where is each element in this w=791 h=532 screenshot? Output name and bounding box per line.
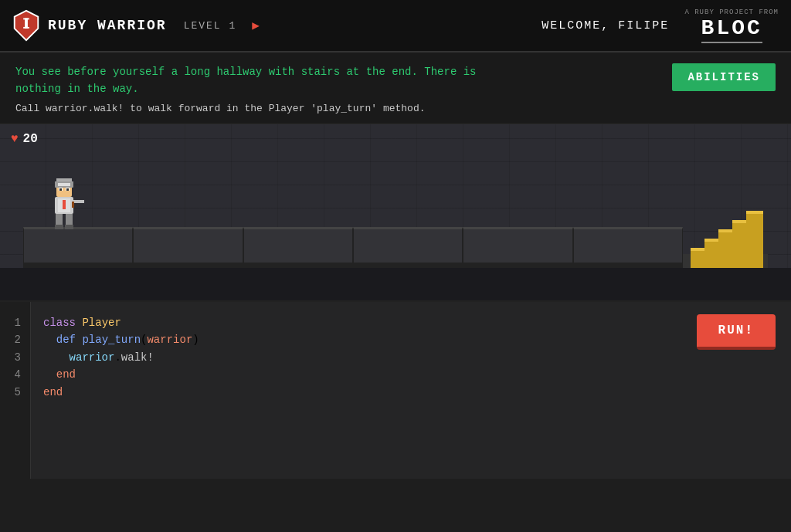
abilities-button[interactable]: ABILITIES [672,63,776,91]
floor-tile-3 [243,227,353,269]
floor-container [23,208,768,269]
floor-tile-4 [353,227,463,269]
code-line-4: end [43,366,779,384]
code-line-5: end [43,384,779,402]
svg-rect-11 [59,188,62,191]
description-text: You see before yourself a long hallway w… [15,63,657,98]
line-number-2: 2 [9,331,21,349]
app-title: RUBY WARRIOR [48,18,167,33]
code-line-3: warrior.walk! [43,349,779,367]
svg-rect-15 [63,200,66,209]
hp-display: ♥ 20 [11,132,38,146]
game-area: ♥ 20 [0,124,791,302]
svg-rect-26 [704,239,718,242]
line-number-4: 4 [9,366,21,384]
logo-area: RUBY WARRIOR LEVEL 1 ▶ [12,9,260,42]
bloc-logo: A RUBY PROJECT FROM BLOC [684,8,779,43]
svg-rect-21 [72,202,74,208]
bloc-small-text: A RUBY PROJECT FROM [684,8,779,16]
svg-rect-29 [732,220,746,269]
svg-rect-16 [56,214,63,226]
svg-rect-32 [746,211,763,214]
sound-icon[interactable]: ▶ [252,18,260,33]
header: RUBY WARRIOR LEVEL 1 ▶ WELCOME, FILIPE A… [0,0,791,53]
line-number-1: 1 [9,314,21,332]
stairs-tile [683,208,768,269]
svg-rect-24 [691,248,704,251]
hp-number: 20 [23,132,38,146]
floor-tile-2 [133,227,243,269]
svg-rect-20 [73,200,84,203]
svg-rect-23 [691,248,704,269]
svg-rect-3 [23,27,29,29]
svg-rect-12 [66,188,69,191]
svg-rect-30 [732,220,746,223]
info-section: You see before yourself a long hallway w… [0,53,791,124]
line-numbers: 1 2 3 4 5 [0,302,31,479]
run-button[interactable]: RUN! [697,314,776,350]
warrior-character [42,177,85,231]
floor-tile-1 [23,227,133,269]
header-right: WELCOME, FILIPE A RUBY PROJECT FROM BLOC [541,8,779,43]
line-number-5: 5 [9,384,21,402]
line-number-3: 3 [9,349,21,367]
bloc-big-text: BLOC [701,16,762,43]
code-line-1: class Player [43,314,779,332]
code-line-2: def play_turn(warrior) [43,331,779,349]
floor-tile-6 [573,227,683,269]
svg-rect-31 [746,211,763,269]
svg-rect-2 [25,18,28,28]
info-text-area: You see before yourself a long hallway w… [15,63,657,114]
svg-rect-18 [55,225,63,229]
code-content[interactable]: class Player def play_turn(warrior) warr… [31,302,791,479]
welcome-text: WELCOME, FILIPE [541,19,669,32]
svg-rect-27 [718,229,732,269]
svg-rect-28 [718,229,732,232]
heart-icon: ♥ [11,132,19,146]
shield-icon [12,9,40,42]
svg-rect-8 [58,183,70,186]
floor-base [0,268,791,300]
svg-rect-4 [56,178,72,181]
floor-tile-5 [463,227,572,269]
svg-rect-25 [704,239,718,269]
instruction-text: Call warrior.walk! to walk forward in th… [15,103,657,114]
svg-rect-19 [65,225,73,229]
code-editor: 1 2 3 4 5 class Player def play_turn(war… [0,302,791,479]
svg-rect-17 [66,214,73,226]
level-badge: LEVEL 1 [184,20,237,32]
